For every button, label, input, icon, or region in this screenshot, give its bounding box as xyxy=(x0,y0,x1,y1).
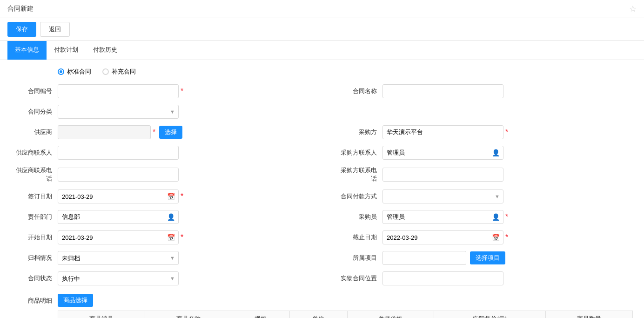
tab-basic[interactable]: 基本信息 xyxy=(7,41,47,60)
form-rows: 合同编号 * 合同名称 合同分类 ▼ xyxy=(11,84,633,318)
form-col-goods: 商品明细 商品选择 商品编号 商品名称 规格 单位 参考价格 实际售价(元) xyxy=(11,294,633,318)
buyer-input[interactable] xyxy=(382,125,503,139)
contract-number-input[interactable] xyxy=(58,84,179,98)
archive-select[interactable]: 未归档 已归档 xyxy=(58,251,179,265)
save-button[interactable]: 保存 xyxy=(7,22,36,37)
col-spec: 规格 xyxy=(232,311,289,318)
col-quantity: 商品数量 xyxy=(546,311,633,318)
radio-supplement[interactable]: 补充合同 xyxy=(102,68,136,76)
form-row-6: 签订日期 📅 * 合同付款方式 ▼ xyxy=(11,189,633,203)
form-col-supplier-phone: 供应商联系电话 xyxy=(11,166,308,183)
end-date-calendar-icon[interactable]: 📅 xyxy=(492,234,500,241)
supplier-select-button[interactable]: 选择 xyxy=(159,126,182,139)
supplier-required: * xyxy=(153,128,155,136)
department-input[interactable] xyxy=(58,210,179,224)
contract-name-label: 合同名称 xyxy=(336,87,382,95)
radio-standard-label: 标准合同 xyxy=(67,68,91,76)
archive-label: 归档情况 xyxy=(11,254,58,262)
supplier-contact-label: 供应商联系人 xyxy=(11,149,58,157)
category-select[interactable] xyxy=(58,105,179,119)
form-col-end-date: 截止日期 📅 * xyxy=(336,230,633,244)
physical-location-input[interactable] xyxy=(382,271,503,285)
goods-detail-label: 商品明细 xyxy=(11,294,58,305)
payment-method-select[interactable] xyxy=(382,189,503,203)
form-row-4: 供应商联系人 采购方联系人 👤 xyxy=(11,146,633,160)
end-date-label: 截止日期 xyxy=(336,233,382,242)
col-unit: 单位 xyxy=(289,311,347,318)
form-col-sign-date: 签订日期 📅 * xyxy=(11,189,308,203)
buyer-label: 采购方 xyxy=(336,128,382,136)
contract-name-input[interactable] xyxy=(382,84,503,98)
department-label: 责任部门 xyxy=(11,213,58,221)
sign-date-calendar-icon[interactable]: 📅 xyxy=(167,193,175,200)
purchaser-person-icon[interactable]: 👤 xyxy=(492,213,500,221)
goods-table: 商品编号 商品名称 规格 单位 参考价格 实际售价(元) 商品数量 xyxy=(58,311,633,318)
star-icon[interactable]: ☆ xyxy=(629,4,637,14)
form-col-contract-number: 合同编号 * xyxy=(11,84,308,98)
contract-status-label: 合同状态 xyxy=(11,274,58,283)
form-col-category: 合同分类 ▼ xyxy=(11,105,322,119)
supplier-input[interactable] xyxy=(58,125,151,139)
col-goods-name: 商品名称 xyxy=(145,311,232,318)
supplier-phone-input[interactable] xyxy=(58,168,179,182)
form-row-7: 责任部门 👤 采购员 👤 * xyxy=(11,210,633,224)
sign-date-input[interactable] xyxy=(58,189,179,203)
payment-method-label: 合同付款方式 xyxy=(336,192,382,201)
form-col-buyer-phone: 采购方联系电话 xyxy=(336,166,633,183)
form-col-contract-status: 合同状态 执行中 已完成 终止 ▼ xyxy=(11,271,308,285)
supplier-phone-label: 供应商联系电话 xyxy=(11,166,58,183)
buyer-contact-person-icon[interactable]: 👤 xyxy=(492,149,500,156)
form-col-supplier-contact: 供应商联系人 xyxy=(11,146,308,160)
department-person-icon[interactable]: 👤 xyxy=(167,213,175,221)
form-row-1: 合同编号 * 合同名称 xyxy=(11,84,633,98)
supplier-contact-input[interactable] xyxy=(58,146,179,160)
radio-group: 标准合同 补充合同 xyxy=(11,68,633,76)
buyer-phone-label: 采购方联系电话 xyxy=(336,166,382,183)
purchaser-required: * xyxy=(505,213,508,221)
category-label: 合同分类 xyxy=(11,108,58,116)
form-row-5: 供应商联系电话 采购方联系电话 xyxy=(11,166,633,183)
contract-status-select[interactable]: 执行中 已完成 终止 xyxy=(58,271,179,285)
project-label: 所属项目 xyxy=(336,254,382,262)
tab-payment-plan[interactable]: 付款计划 xyxy=(47,41,86,60)
toolbar: 保存 返回 xyxy=(0,18,644,41)
radio-supplement-label: 补充合同 xyxy=(112,68,136,76)
start-date-required: * xyxy=(181,233,183,242)
sign-date-required: * xyxy=(181,192,183,201)
form-col-department: 责任部门 👤 xyxy=(11,210,308,224)
form-row-goods: 商品明细 商品选择 商品编号 商品名称 规格 单位 参考价格 实际售价(元) xyxy=(11,294,633,318)
form-col-contract-name: 合同名称 xyxy=(336,84,633,98)
goods-select-button[interactable]: 商品选择 xyxy=(58,294,93,307)
start-date-input[interactable] xyxy=(58,230,179,244)
form-col-buyer-contact: 采购方联系人 👤 xyxy=(336,146,633,160)
form-col-start-date: 开始日期 📅 * xyxy=(11,230,308,244)
buyer-contact-input[interactable] xyxy=(382,146,503,160)
buyer-phone-input[interactable] xyxy=(382,168,503,182)
purchaser-input[interactable] xyxy=(382,210,503,224)
end-date-required: * xyxy=(505,233,508,242)
back-button[interactable]: 返回 xyxy=(40,22,70,37)
sign-date-label: 签订日期 xyxy=(11,192,58,201)
form-col-physical-location: 实物合同位置 xyxy=(336,271,633,285)
end-date-input[interactable] xyxy=(382,230,503,244)
contract-number-required: * xyxy=(181,87,183,95)
form-container: 标准合同 补充合同 合同编号 * 合同名称 合同分类 xyxy=(0,60,644,318)
form-col-purchaser: 采购员 👤 * xyxy=(336,210,633,224)
col-goods-number: 商品编号 xyxy=(58,311,145,318)
purchaser-label: 采购员 xyxy=(336,213,382,221)
start-date-calendar-icon[interactable]: 📅 xyxy=(167,234,175,241)
buyer-required: * xyxy=(505,128,508,136)
project-select-button[interactable]: 选择项目 xyxy=(470,251,505,264)
form-row-2: 合同分类 ▼ xyxy=(11,105,633,119)
radio-standard[interactable]: 标准合同 xyxy=(58,68,91,76)
form-col-supplier: 供应商 * 选择 xyxy=(11,125,308,139)
tabs-bar: 基本信息 付款计划 付款历史 xyxy=(0,41,644,60)
buyer-contact-label: 采购方联系人 xyxy=(336,149,382,157)
form-row-3: 供应商 * 选择 采购方 * xyxy=(11,125,633,139)
form-col-archive: 归档情况 未归档 已归档 ▼ xyxy=(11,251,308,265)
form-col-payment-method: 合同付款方式 ▼ xyxy=(336,189,633,203)
tab-payment-history[interactable]: 付款历史 xyxy=(86,41,125,60)
project-input[interactable] xyxy=(382,251,466,265)
form-row-9: 归档情况 未归档 已归档 ▼ 所属项目 选择项目 xyxy=(11,251,633,265)
col-actual-price: 实际售价(元) xyxy=(434,311,546,318)
